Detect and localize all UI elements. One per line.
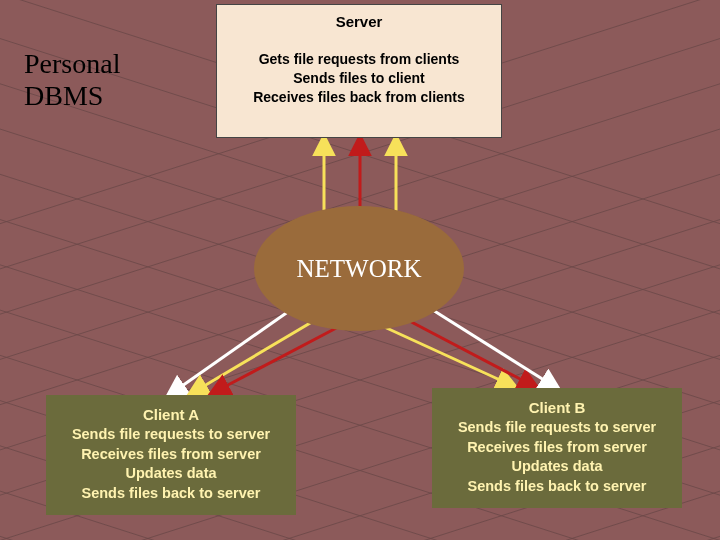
client-b-title: Client B	[432, 398, 682, 418]
server-box: Server Gets file requests from clients S…	[216, 4, 502, 138]
client-a-line-2: Receives files from server	[46, 445, 296, 465]
network-label: NETWORK	[297, 255, 422, 283]
client-a-line-3: Updates data	[46, 464, 296, 484]
client-a-box: Client A Sends file requests to server R…	[46, 395, 296, 515]
client-b-line-3: Updates data	[432, 457, 682, 477]
client-b-line-2: Receives files from server	[432, 438, 682, 458]
server-line-1: Gets file requests from clients	[217, 50, 501, 69]
server-line-2: Sends files to client	[217, 69, 501, 88]
server-line-3: Receives files back from clients	[217, 88, 501, 107]
client-b-line-1: Sends file requests to server	[432, 418, 682, 438]
client-a-title: Client A	[46, 405, 296, 425]
client-b-box: Client B Sends file requests to server R…	[432, 388, 682, 508]
client-b-line-4: Sends files back to server	[432, 477, 682, 497]
diagram-heading: Personal DBMS	[24, 48, 120, 112]
network-node: NETWORK	[254, 206, 464, 331]
server-title: Server	[217, 13, 501, 30]
client-a-line-4: Sends files back to server	[46, 484, 296, 504]
client-a-line-1: Sends file requests to server	[46, 425, 296, 445]
